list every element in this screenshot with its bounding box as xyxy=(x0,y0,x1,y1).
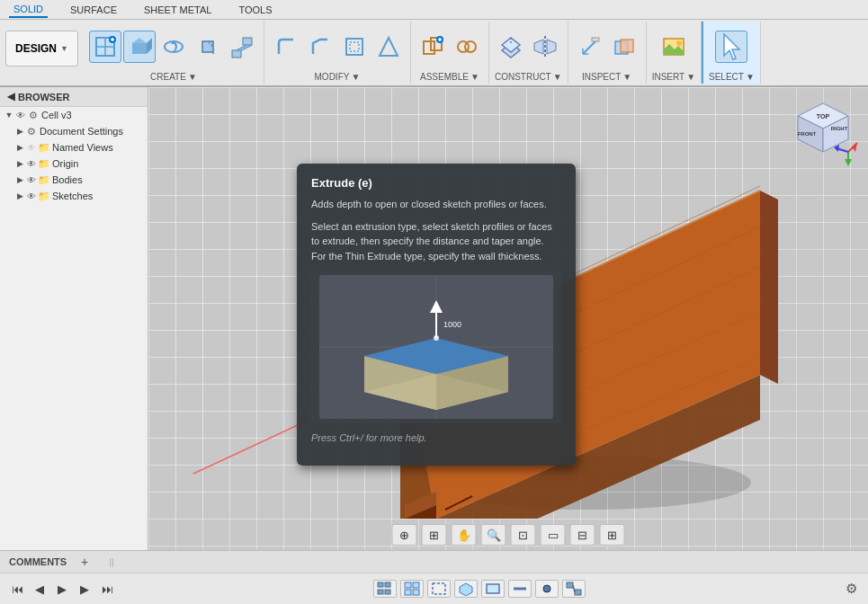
face-select-btn[interactable] xyxy=(481,580,505,598)
svg-rect-37 xyxy=(621,40,633,52)
browser-item-named-views[interactable]: ▶ 👁 📁 Named Views xyxy=(0,139,148,155)
eye-icon[interactable]: 👁 xyxy=(14,109,27,121)
construct-icons xyxy=(495,23,561,70)
assemble-label[interactable]: ASSEMBLE ▼ xyxy=(420,72,479,82)
playback-controls: ⏮ ◀ ▶ ▶ ⏭ xyxy=(7,579,117,599)
vertex-select-btn[interactable] xyxy=(535,580,559,598)
origin-eye-icon[interactable]: 👁 xyxy=(25,157,38,170)
browser-item-cell[interactable]: ▼ 👁 ⚙ Cell v3 xyxy=(0,107,148,123)
tree-arrow-doc: ▶ xyxy=(14,126,25,137)
svg-rect-90 xyxy=(405,582,411,588)
bodies-eye-icon[interactable]: 👁 xyxy=(25,173,38,186)
create-sketch-btn[interactable] xyxy=(89,31,121,63)
display-btn[interactable]: ▭ xyxy=(541,524,566,546)
tab-sheet-metal[interactable]: SHEET METAL xyxy=(139,3,216,17)
gear-icon[interactable]: ⚙ xyxy=(27,109,40,121)
grid2-btn[interactable]: ⊞ xyxy=(600,524,625,546)
select-btn[interactable] xyxy=(715,31,747,63)
selection-filter-btn[interactable] xyxy=(373,580,397,598)
svg-line-101 xyxy=(573,585,575,592)
svg-text:FRONT: FRONT xyxy=(798,131,817,137)
skip-forward-btn[interactable]: ⏭ xyxy=(97,579,117,599)
component-select-btn[interactable] xyxy=(562,580,586,598)
chamfer-btn[interactable] xyxy=(304,31,336,63)
body-select-btn[interactable] xyxy=(454,580,478,598)
offset-plane-btn[interactable] xyxy=(495,31,527,63)
midplane-btn[interactable] xyxy=(529,31,561,63)
new-component-btn[interactable] xyxy=(416,31,449,63)
modify-label[interactable]: MODIFY ▼ xyxy=(315,72,361,82)
viewcube[interactable]: TOP FRONT RIGHT xyxy=(787,96,859,168)
add-comment-btn[interactable]: + xyxy=(76,553,94,571)
svg-rect-88 xyxy=(378,590,383,594)
svg-marker-40 xyxy=(724,34,739,59)
settings-gear-btn[interactable]: ⚙ xyxy=(841,579,861,599)
step-back-btn[interactable]: ◀ xyxy=(30,579,49,599)
select-icons xyxy=(715,23,747,70)
fit-btn[interactable]: ⊡ xyxy=(511,524,536,546)
inspect-icons xyxy=(574,23,640,70)
loft-btn[interactable] xyxy=(226,31,258,63)
design-label: DESIGN xyxy=(15,42,57,55)
insert-label[interactable]: INSERT ▼ xyxy=(652,72,695,82)
browser-sidebar: ◀ BROWSER ▼ 👁 ⚙ Cell v3 ▶ ⚙ Document Set… xyxy=(0,87,148,550)
revolve-btn[interactable] xyxy=(157,31,190,63)
svg-text:1000: 1000 xyxy=(443,320,461,329)
joint-btn[interactable] xyxy=(451,31,483,63)
selection-mode-btn[interactable] xyxy=(400,580,424,598)
doc-gear-icon: ⚙ xyxy=(25,125,38,138)
tab-solid[interactable]: SOLID xyxy=(9,2,48,18)
sketches-folder-icon: 📁 xyxy=(38,190,50,202)
select-all-btn[interactable] xyxy=(427,580,451,598)
svg-rect-91 xyxy=(413,582,419,588)
assemble-icons xyxy=(416,23,483,70)
edge-select-btn[interactable] xyxy=(508,580,532,598)
browser-item-doc-settings[interactable]: ▶ ⚙ Document Settings xyxy=(0,123,148,139)
browser-item-bodies[interactable]: ▶ 👁 📁 Bodies xyxy=(0,172,148,188)
grid-btn[interactable]: ⊞ xyxy=(422,524,447,546)
svg-rect-86 xyxy=(378,582,383,587)
tab-tools[interactable]: TOOLS xyxy=(234,3,276,17)
svg-marker-81 xyxy=(852,143,857,152)
browser-item-sketches[interactable]: ▶ 👁 📁 Sketches xyxy=(0,188,148,204)
svg-rect-13 xyxy=(243,38,252,45)
svg-marker-83 xyxy=(845,159,852,166)
fillet-btn[interactable] xyxy=(270,31,302,63)
tree-arrow-origin: ▶ xyxy=(14,158,25,169)
tab-surface[interactable]: SURFACE xyxy=(66,3,121,17)
visual-style-btn[interactable]: ⊟ xyxy=(570,524,595,546)
construct-label[interactable]: CONSTRUCT ▼ xyxy=(495,72,562,82)
pan-btn[interactable]: ✋ xyxy=(452,524,477,546)
shell-btn[interactable] xyxy=(338,31,371,63)
select-section: SELECT ▼ xyxy=(702,22,761,84)
interference-btn[interactable] xyxy=(608,31,640,63)
orbit-btn[interactable]: ⊕ xyxy=(392,524,417,546)
skip-back-btn[interactable]: ⏮ xyxy=(7,579,27,599)
tooltip-title: Extrude (e) xyxy=(311,176,561,190)
expand-icon[interactable]: ◀ xyxy=(7,91,14,102)
zoom-btn[interactable]: 🔍 xyxy=(481,524,506,546)
step-forward-btn[interactable]: ▶ xyxy=(75,579,94,599)
top-menu-bar: SOLID SURFACE SHEET METAL TOOLS xyxy=(0,0,868,20)
browser-item-origin[interactable]: ▶ 👁 📁 Origin xyxy=(0,155,148,172)
svg-point-73 xyxy=(434,335,439,341)
create-label[interactable]: CREATE ▼ xyxy=(150,72,197,82)
svg-rect-19 xyxy=(424,41,434,54)
play-btn[interactable]: ▶ xyxy=(52,579,72,599)
modify-icons xyxy=(270,23,405,70)
select-label[interactable]: SELECT ▼ xyxy=(709,72,755,82)
svg-marker-95 xyxy=(460,583,472,596)
sketches-eye-icon[interactable]: 👁 xyxy=(25,190,38,202)
measure-btn[interactable] xyxy=(574,31,606,63)
extrude-btn[interactable] xyxy=(123,31,156,63)
sweep-btn[interactable] xyxy=(192,31,224,63)
viewport[interactable]: Extrude (e) Adds depth to open or closed… xyxy=(148,87,868,550)
draft-btn[interactable] xyxy=(372,31,405,63)
inspect-label[interactable]: INSPECT ▼ xyxy=(582,72,631,82)
browser-header: ◀ BROWSER xyxy=(0,87,148,107)
design-button[interactable]: DESIGN ▼ xyxy=(5,31,78,67)
insert-icons xyxy=(658,23,690,70)
svg-rect-6 xyxy=(132,43,147,54)
insert-image-btn[interactable] xyxy=(658,31,690,63)
views-eye-icon: 👁 xyxy=(25,141,38,154)
